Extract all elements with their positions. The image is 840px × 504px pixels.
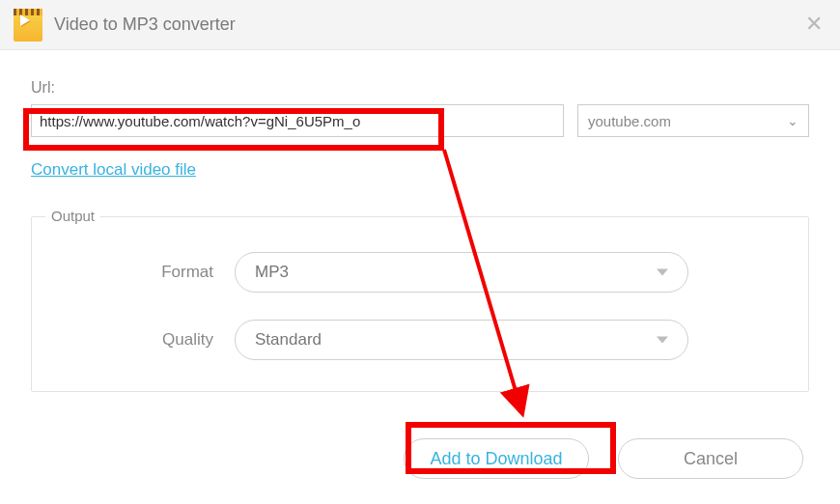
add-to-download-button[interactable]: Add to Download xyxy=(404,438,589,479)
url-label: Url: xyxy=(31,79,809,97)
format-row: Format MP3 xyxy=(61,252,779,293)
format-select[interactable]: MP3 xyxy=(235,252,688,293)
site-select-value: youtube.com xyxy=(588,113,671,129)
cancel-button[interactable]: Cancel xyxy=(618,438,803,479)
output-legend: Output xyxy=(45,208,100,224)
app-window: Video to MP3 converter ✕ Url: youtube.co… xyxy=(0,0,840,504)
button-row: Add to Download Cancel xyxy=(31,438,809,479)
quality-label: Quality xyxy=(61,330,235,350)
site-select[interactable]: youtube.com ⌄ xyxy=(577,104,809,137)
triangle-down-icon xyxy=(657,269,668,276)
convert-local-link[interactable]: Convert local video file xyxy=(31,160,196,180)
app-icon xyxy=(14,9,42,42)
output-group: Output Format MP3 Quality Standard xyxy=(31,216,809,392)
url-input[interactable] xyxy=(31,104,564,137)
close-icon[interactable]: ✕ xyxy=(803,14,825,35)
quality-select[interactable]: Standard xyxy=(235,320,688,360)
titlebar: Video to MP3 converter ✕ xyxy=(0,0,840,50)
window-title: Video to MP3 converter xyxy=(54,14,236,35)
chevron-down-icon: ⌄ xyxy=(787,113,798,128)
quality-value: Standard xyxy=(255,330,322,350)
format-label: Format xyxy=(61,263,235,282)
body: Url: youtube.com ⌄ Convert local video f… xyxy=(0,50,840,479)
triangle-down-icon xyxy=(657,337,668,344)
quality-row: Quality Standard xyxy=(61,320,779,360)
url-row: youtube.com ⌄ xyxy=(31,104,809,137)
format-value: MP3 xyxy=(255,263,289,282)
